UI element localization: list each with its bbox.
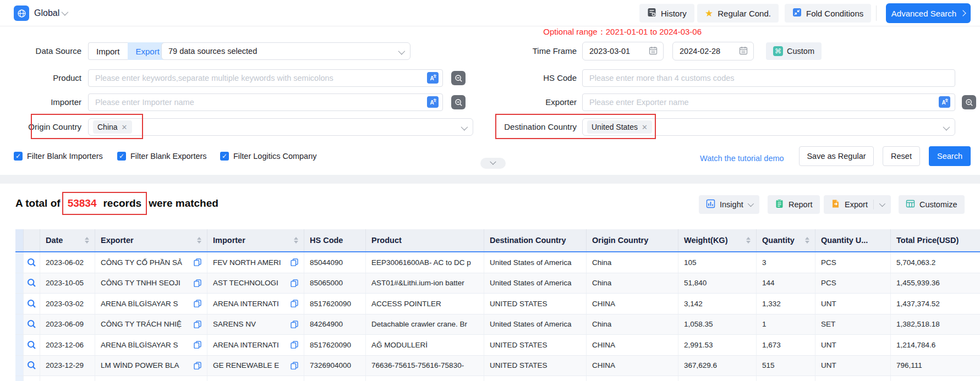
col-header-weight[interactable]: Weight(KG) bbox=[678, 229, 757, 251]
copy-icon[interactable] bbox=[287, 300, 298, 307]
data-sources-select[interactable]: 79 data sources selected bbox=[161, 42, 410, 60]
cell-exporter[interactable]: CÔNG TY TNHH SEOJI bbox=[95, 273, 207, 294]
exporter-input[interactable] bbox=[582, 93, 955, 111]
customize-button[interactable]: Customize bbox=[899, 195, 965, 214]
importer-name[interactable]: FEV NORTH AMERI bbox=[213, 258, 281, 267]
row-select-strip[interactable] bbox=[15, 252, 24, 273]
fold-conditions-button[interactable]: Fold Conditions bbox=[785, 4, 871, 23]
globe-logo-icon[interactable] bbox=[14, 5, 29, 21]
row-select-strip[interactable] bbox=[15, 356, 24, 376]
importer-name[interactable]: GE RENEWABLE E bbox=[213, 361, 279, 369]
view-detail-magnifier-icon[interactable] bbox=[27, 361, 36, 370]
row-select-strip[interactable] bbox=[15, 314, 24, 335]
custom-range-button[interactable]: ⌘ Custom bbox=[766, 42, 822, 60]
translate-icon[interactable]: A bbox=[939, 96, 950, 108]
exporter-name[interactable]: CÔNG TY TNHH SEOJI bbox=[101, 279, 180, 287]
region-selector-label[interactable]: Global bbox=[34, 0, 59, 26]
cell-exporter[interactable]: ARENA BİLGİSAYAR S bbox=[95, 294, 207, 314]
end-date-input[interactable]: 2024-02-28 bbox=[672, 42, 754, 60]
importer-name[interactable]: ARENA INTERNATI bbox=[213, 341, 279, 349]
section-divider bbox=[0, 175, 980, 184]
row-select-strip[interactable] bbox=[15, 376, 24, 381]
copy-icon[interactable] bbox=[287, 279, 298, 287]
history-button[interactable]: History bbox=[639, 4, 694, 23]
copy-icon[interactable] bbox=[287, 362, 298, 369]
col-header-quantity[interactable]: Quantity bbox=[757, 229, 815, 251]
exclude-search-button[interactable] bbox=[962, 95, 976, 109]
view-detail-magnifier-icon[interactable] bbox=[27, 340, 36, 350]
sort-icon[interactable] bbox=[197, 237, 201, 244]
search-button[interactable]: Search bbox=[929, 146, 971, 166]
cell-importer[interactable]: FEV NORTH AMERI bbox=[207, 252, 304, 273]
cell-exporter[interactable]: LM WİND POWER BLA bbox=[95, 356, 207, 376]
copy-icon[interactable] bbox=[287, 321, 298, 328]
sort-icon[interactable] bbox=[746, 237, 751, 244]
row-select-strip[interactable] bbox=[15, 294, 24, 314]
col-header-importer[interactable]: Importer bbox=[207, 229, 304, 251]
copy-icon[interactable] bbox=[190, 279, 201, 287]
region-chevron-down-icon[interactable] bbox=[62, 9, 69, 16]
copy-icon[interactable] bbox=[287, 258, 298, 266]
copy-icon[interactable] bbox=[190, 321, 201, 328]
import-toggle-button[interactable]: Import bbox=[88, 42, 128, 60]
exclude-search-button[interactable] bbox=[451, 71, 466, 85]
copy-icon[interactable] bbox=[190, 300, 201, 307]
view-detail-magnifier-icon[interactable] bbox=[27, 299, 36, 308]
importer-name[interactable]: ARENA INTERNATI bbox=[213, 300, 279, 308]
hs-code-input[interactable] bbox=[582, 69, 955, 87]
save-as-regular-button[interactable]: Save as Regular bbox=[799, 146, 874, 166]
exclude-search-button[interactable] bbox=[451, 95, 466, 109]
exporter-name[interactable]: CÔNG TY TRÁCH NHIỆ bbox=[101, 320, 182, 328]
remove-tag-icon[interactable]: ✕ bbox=[642, 123, 648, 131]
sort-icon[interactable] bbox=[805, 237, 809, 244]
start-date-input[interactable]: 2023-03-01 bbox=[582, 42, 664, 60]
cell-product: AST01#&Lithi.ium-ion batter bbox=[366, 273, 484, 294]
col-header-date[interactable]: Date bbox=[40, 229, 95, 251]
row-select-strip[interactable] bbox=[15, 335, 24, 355]
report-button[interactable]: Report bbox=[768, 195, 820, 214]
row-select-strip[interactable] bbox=[15, 273, 24, 294]
view-detail-magnifier-icon[interactable] bbox=[27, 319, 36, 329]
filter-blank-importers-checkbox[interactable]: ✓ Filter Blank Importers bbox=[14, 152, 103, 161]
exporter-name[interactable]: ARENA BİLGİSAYAR S bbox=[101, 341, 178, 349]
sort-icon[interactable] bbox=[294, 237, 298, 244]
importer-name[interactable]: SARENS NV bbox=[213, 320, 256, 328]
remove-tag-icon[interactable]: ✕ bbox=[122, 123, 128, 131]
cell-importer[interactable]: ARENA INTERNATI bbox=[207, 335, 304, 355]
cell-importer[interactable]: GE RENEWABLE E bbox=[207, 356, 304, 376]
collapse-form-button[interactable] bbox=[480, 158, 506, 169]
sort-icon[interactable] bbox=[85, 237, 89, 244]
cell-exporter[interactable]: CÔNG TY TRÁCH NHIỆ bbox=[95, 314, 207, 335]
copy-icon[interactable] bbox=[190, 258, 201, 266]
advanced-search-button[interactable]: Advanced Search bbox=[886, 3, 971, 23]
filter-blank-exporters-checkbox[interactable]: ✓ Filter Blank Exporters bbox=[117, 152, 207, 161]
cell-importer[interactable]: SARENS NV bbox=[207, 314, 304, 335]
copy-icon[interactable] bbox=[190, 362, 201, 369]
exporter-name[interactable]: LM WİND POWER BLA bbox=[101, 361, 179, 369]
importer-input[interactable] bbox=[88, 93, 443, 111]
importer-name[interactable]: AST TECHNOLOGI bbox=[213, 279, 278, 287]
cell-exporter[interactable]: ARENA BİLGİSAYAR S bbox=[95, 335, 207, 355]
chevron-down-icon[interactable] bbox=[879, 201, 885, 207]
destination-country-select[interactable]: United States ✕ bbox=[582, 118, 955, 136]
insight-button[interactable]: Insight bbox=[699, 195, 759, 214]
view-detail-magnifier-icon[interactable] bbox=[27, 258, 36, 267]
tutorial-link[interactable]: Watch the tutorial demo bbox=[700, 154, 784, 163]
export-button[interactable]: Export bbox=[824, 195, 891, 214]
exporter-name[interactable]: ARENA BİLGİSAYAR S bbox=[101, 300, 178, 308]
copy-icon[interactable] bbox=[287, 341, 298, 349]
cell-exporter[interactable]: CÔNG TY CỔ PHẦN SẢ bbox=[95, 252, 207, 273]
cell-importer[interactable]: AST TECHNOLOGI bbox=[207, 273, 304, 294]
translate-icon[interactable]: A bbox=[427, 96, 439, 108]
origin-country-select[interactable]: China ✕ bbox=[88, 118, 473, 136]
regular-cond-button[interactable]: ★ Regular Cond. bbox=[697, 4, 779, 23]
copy-icon[interactable] bbox=[190, 341, 201, 349]
translate-icon[interactable]: A bbox=[427, 72, 439, 84]
exporter-name[interactable]: CÔNG TY CỔ PHẦN SẢ bbox=[101, 258, 182, 267]
cell-importer[interactable]: ARENA INTERNATI bbox=[207, 294, 304, 314]
product-input[interactable] bbox=[88, 69, 443, 87]
filter-logitics-company-checkbox[interactable]: ✓ Filter Logitics Company bbox=[220, 152, 317, 161]
col-header-exporter[interactable]: Exporter bbox=[95, 229, 207, 251]
view-detail-magnifier-icon[interactable] bbox=[27, 278, 36, 288]
reset-button[interactable]: Reset bbox=[883, 146, 920, 166]
